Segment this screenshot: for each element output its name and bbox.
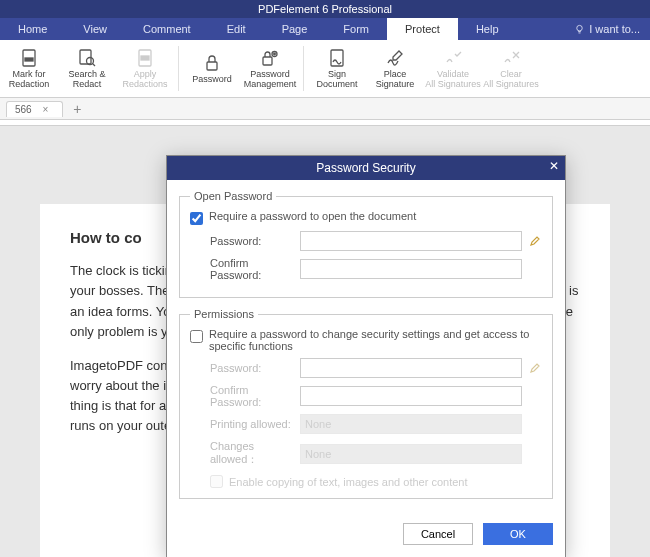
apply-redactions-button: Apply Redactions [116, 40, 174, 97]
lightbulb-icon [574, 24, 585, 35]
open-password-label: Password: [190, 235, 300, 247]
document-tab[interactable]: 566 × [6, 101, 63, 117]
password-management-button[interactable]: Password Management [241, 40, 299, 97]
app-titlebar: PDFelement 6 Professional [0, 0, 650, 18]
printing-allowed-select: None [300, 414, 522, 434]
require-open-password-checkbox[interactable] [190, 212, 203, 225]
svg-rect-11 [331, 50, 343, 66]
i-want-to[interactable]: I want to... [564, 18, 650, 40]
ribbon: Mark for Redaction Search & Redact Apply… [0, 40, 650, 98]
ok-button[interactable]: OK [483, 523, 553, 545]
password-button[interactable]: Password [183, 40, 241, 97]
cancel-button[interactable]: Cancel [403, 523, 473, 545]
open-confirm-label: Confirm Password: [190, 257, 300, 281]
password-security-dialog: Password Security ✕ Open Password Requir… [166, 155, 566, 557]
open-password-group: Open Password Require a password to open… [179, 190, 553, 298]
menu-view[interactable]: View [65, 18, 125, 40]
dialog-titlebar[interactable]: Password Security ✕ [167, 156, 565, 180]
app-title: PDFelement 6 Professional [258, 3, 392, 15]
search-redact-button[interactable]: Search & Redact [58, 40, 116, 97]
svg-rect-7 [207, 62, 217, 70]
edit-password-icon[interactable] [528, 234, 542, 248]
apply-redactions-icon [135, 48, 155, 68]
menu-protect[interactable]: Protect [387, 18, 458, 40]
require-permissions-checkbox[interactable] [190, 330, 203, 343]
menubar: Home View Comment Edit Page Form Protect… [0, 18, 650, 40]
svg-point-0 [577, 25, 583, 31]
menu-comment[interactable]: Comment [125, 18, 209, 40]
mark-for-redaction-button[interactable]: Mark for Redaction [0, 40, 58, 97]
dialog-close-button[interactable]: ✕ [549, 159, 559, 173]
permissions-group: Permissions Require a password to change… [179, 308, 553, 499]
edit-perm-password-icon [528, 361, 542, 375]
menu-help[interactable]: Help [458, 18, 517, 40]
validate-signatures-button: Validate All Signatures [424, 40, 482, 97]
enable-copy-label: Enable copying of text, images and other… [229, 476, 468, 488]
enable-copy-checkbox [210, 475, 223, 488]
sign-icon [327, 48, 347, 68]
open-password-input[interactable] [300, 231, 522, 251]
ribbon-separator [303, 46, 304, 91]
perm-password-label: Password: [190, 362, 300, 374]
clear-icon [501, 48, 521, 68]
open-confirm-input[interactable] [300, 259, 522, 279]
add-tab-button[interactable]: + [67, 101, 87, 117]
mark-redaction-icon [19, 48, 39, 68]
document-tabstrip: 566 × + [0, 98, 650, 120]
search-redact-icon [77, 48, 97, 68]
require-permissions-label: Require a password to change security se… [209, 328, 542, 352]
perm-password-input [300, 358, 522, 378]
lock-icon [202, 53, 222, 73]
menu-edit[interactable]: Edit [209, 18, 264, 40]
svg-rect-6 [141, 56, 149, 60]
dialog-title: Password Security [316, 161, 415, 175]
printing-allowed-label: Printing allowed: [190, 418, 300, 430]
svg-rect-8 [263, 57, 272, 65]
clear-signatures-button: Clear All Signatures [482, 40, 540, 97]
open-password-legend: Open Password [190, 190, 276, 202]
changes-allowed-label: Changes allowed： [190, 440, 300, 467]
menu-form[interactable]: Form [325, 18, 387, 40]
menu-home[interactable]: Home [0, 18, 65, 40]
menu-page[interactable]: Page [264, 18, 326, 40]
changes-allowed-select: None [300, 444, 522, 464]
tab-close-button[interactable]: × [42, 104, 48, 115]
perm-confirm-label: Confirm Password: [190, 384, 300, 408]
validate-icon [443, 48, 463, 68]
require-open-password-label: Require a password to open the document [209, 210, 416, 222]
lock-gear-icon [260, 48, 280, 68]
svg-rect-2 [25, 58, 33, 61]
ribbon-separator [178, 46, 179, 91]
svg-point-10 [274, 53, 276, 55]
permissions-legend: Permissions [190, 308, 258, 320]
sign-document-button[interactable]: Sign Document [308, 40, 366, 97]
perm-confirm-input [300, 386, 522, 406]
place-signature-button[interactable]: Place Signature [366, 40, 424, 97]
place-signature-icon [385, 48, 405, 68]
